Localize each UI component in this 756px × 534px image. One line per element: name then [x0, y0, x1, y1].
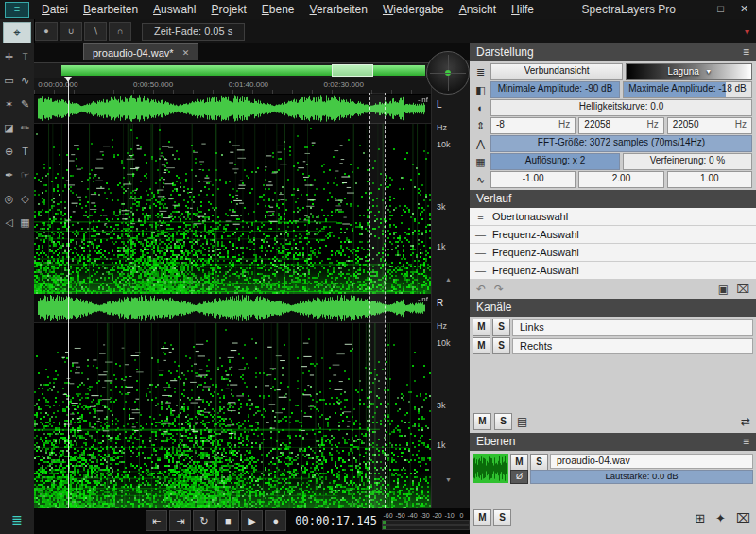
go-to-start-button[interactable]: ⇤	[146, 510, 167, 531]
redo-icon[interactable]: ↷	[494, 283, 504, 296]
undo-icon[interactable]: ↶	[476, 283, 486, 296]
copy-icon[interactable]: ▣	[718, 283, 729, 296]
menu-item[interactable]: Wiedergabe	[375, 3, 452, 16]
add-layer-icon[interactable]: ⊞	[693, 511, 707, 525]
fft-size-slider[interactable]: FFT-Größe: 3072 samples (70ms/14Hz)	[490, 135, 752, 152]
tool-button[interactable]: ◪	[1, 121, 17, 134]
menu-item[interactable]: Ansicht	[452, 3, 504, 16]
maximize-button[interactable]: □	[709, 1, 732, 18]
history-item[interactable]: — Frequenz-Auswahl	[470, 262, 756, 280]
tool-button[interactable]: ✛	[1, 50, 17, 63]
layer-mute-button[interactable]: M	[510, 454, 528, 471]
time-fade-field[interactable]: Zeit-Fade: 0.05 s	[142, 23, 245, 41]
solo-button[interactable]: S	[492, 319, 510, 336]
scroll-down-icon[interactable]: ▼	[445, 476, 452, 483]
refinement-slider[interactable]: Verfeinerung: 0 %	[623, 153, 752, 170]
channel-row[interactable]: M S Rechts	[472, 337, 753, 354]
waveform-strip-right[interactable]: -inf	[34, 294, 431, 323]
tool-button[interactable]: ◎	[1, 192, 17, 205]
reorder-icon[interactable]: ⇄	[739, 415, 752, 428]
scroll-up-icon[interactable]: ▲	[445, 276, 452, 283]
resolution-slider[interactable]: Auflösung: x 2	[490, 153, 620, 170]
freq-mid-field[interactable]: 22058 Hz	[578, 117, 663, 134]
colormap-select[interactable]: Laguna ▾	[626, 63, 752, 80]
tool-button[interactable]: T	[17, 145, 33, 158]
selection-mode-button[interactable]: ∩	[109, 22, 131, 41]
tool-button[interactable]: ▭	[1, 74, 17, 87]
panel-collapse-icon[interactable]: ▾	[745, 26, 749, 37]
record-button[interactable]: ●	[265, 510, 286, 531]
selection-mode-button[interactable]: ∖	[84, 22, 107, 41]
tool-button[interactable]: ▦	[17, 215, 33, 229]
stop-button[interactable]: ■	[217, 510, 239, 531]
time-ruler[interactable]: 0:00:00.000 0:00:50.000 0:01:40.000 0:02…	[34, 78, 431, 95]
display-menu-icon[interactable]: ≡	[743, 43, 749, 61]
selection-mode-button[interactable]: ∪	[60, 22, 82, 41]
menu-item[interactable]: Hilfe	[504, 3, 541, 16]
view-mode-button[interactable]: Verbundansicht	[490, 63, 623, 80]
layers-solo-button[interactable]: S	[493, 509, 511, 526]
delete-layer-icon[interactable]: ⌧	[734, 511, 752, 525]
tool-button[interactable]: ⊕	[1, 145, 17, 158]
gamma-field-2[interactable]: 2.00	[578, 171, 663, 188]
tool-button[interactable]: ✶	[1, 97, 17, 111]
mute-button[interactable]: M	[472, 319, 490, 336]
spectrogram-right[interactable]	[34, 323, 431, 508]
mute-all-button[interactable]: M	[473, 413, 491, 430]
history-item[interactable]: ≡ Obertonauswahl	[470, 208, 756, 226]
navigator-view-window[interactable]	[332, 64, 373, 77]
menu-item[interactable]: Datei	[34, 3, 76, 16]
history-item[interactable]: — Frequenz-Auswahl	[470, 226, 756, 244]
spectrogram-left[interactable]	[34, 124, 431, 294]
selection-mode-button[interactable]: ●	[35, 22, 58, 41]
solo-button[interactable]: S	[492, 337, 510, 354]
layer-fx-icon[interactable]: ✦	[713, 511, 728, 525]
channel-row[interactable]: M S Links	[472, 319, 753, 336]
mute-button[interactable]: M	[472, 337, 490, 354]
channel-group-icon[interactable]: ▤	[515, 415, 529, 428]
gamma-field-1[interactable]: -1.00	[490, 171, 576, 188]
menu-item[interactable]: Verarbeiten	[302, 3, 375, 16]
brightness-curve-slider[interactable]: Helligkeitskurve: 0.0	[490, 99, 752, 116]
layers-mute-button[interactable]: M	[473, 509, 491, 526]
overview-navigator[interactable]	[34, 62, 431, 78]
min-amplitude-slider[interactable]: Minimale Amplitude: -90 dB	[490, 81, 620, 98]
frequency-axis[interactable]: L Hz 10k 3k 1k ▲ R Hz 10k 3k 1k ▼	[431, 60, 470, 508]
tool-button[interactable]: ✏	[17, 121, 33, 134]
active-tool-button[interactable]: ⌖	[3, 22, 31, 43]
close-button[interactable]: ✕	[732, 1, 756, 18]
tool-button[interactable]: ◇	[17, 192, 33, 205]
tool-button[interactable]: ∿	[17, 74, 33, 87]
layers-menu-icon[interactable]: ≡	[743, 433, 749, 451]
tool-button[interactable]: ✒	[1, 168, 17, 181]
layer-row[interactable]: M S proaudio-04.wav Ø Lautstärke: 0.0 dB	[472, 454, 753, 483]
document-tab[interactable]: proaudio-04.wav* ✕	[83, 43, 198, 60]
menu-item[interactable]: Ebene	[254, 3, 302, 16]
gamma-field-3[interactable]: 1.00	[667, 171, 752, 188]
app-menu-icon[interactable]: ≡	[5, 2, 29, 18]
layer-thumbnail[interactable]	[472, 454, 508, 483]
menu-item[interactable]: Projekt	[203, 3, 253, 16]
tool-button[interactable]: ☞	[17, 168, 33, 181]
tool-button[interactable]: ◁	[1, 215, 17, 229]
tool-button[interactable]: ✎	[17, 97, 33, 111]
layer-volume-slider[interactable]: Lautstärke: 0.0 dB	[530, 470, 753, 484]
freq-high-field[interactable]: 22050 Hz	[667, 117, 752, 134]
navigation-wheel[interactable]	[426, 51, 470, 95]
tool-button[interactable]: ⌶	[17, 50, 33, 63]
layer-solo-button[interactable]: S	[530, 454, 548, 471]
menu-item[interactable]: Bearbeiten	[76, 3, 146, 16]
freq-low-field[interactable]: -8 Hz	[490, 117, 576, 134]
max-amplitude-slider[interactable]: Maximale Amplitude: -18 dB	[623, 81, 752, 98]
go-to-end-button[interactable]: ⇥	[169, 510, 191, 531]
delete-icon[interactable]: ⌧	[736, 283, 749, 296]
loop-button[interactable]: ↻	[193, 510, 215, 531]
layers-logo-icon[interactable]: ≣	[0, 512, 34, 527]
phase-invert-button[interactable]: Ø	[510, 470, 528, 484]
menu-item[interactable]: Auswahl	[146, 3, 203, 16]
waveform-strip-left[interactable]: -inf	[34, 95, 431, 124]
solo-all-button[interactable]: S	[494, 413, 512, 430]
minimize-button[interactable]: ─	[685, 1, 709, 18]
play-button[interactable]: ▶	[241, 510, 263, 531]
history-item[interactable]: — Frequenz-Auswahl	[470, 244, 756, 262]
